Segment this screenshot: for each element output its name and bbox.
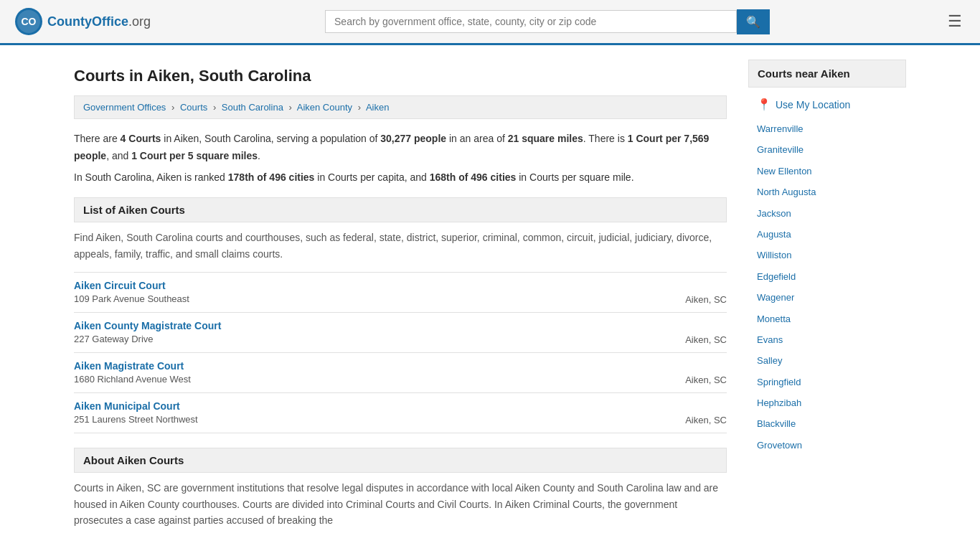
menu-icon[interactable]: ☰ xyxy=(944,9,966,34)
sidebar-nearby-link[interactable]: Jackson xyxy=(748,203,906,224)
about-text: Courts in Aiken, SC are government insti… xyxy=(74,480,727,528)
sidebar-nearby-link[interactable]: Monetta xyxy=(748,309,906,329)
court-city: Aiken, SC xyxy=(685,360,727,385)
sidebar-nearby-link[interactable]: Salley xyxy=(748,350,906,371)
sidebar-nearby-link[interactable]: Warrenville xyxy=(748,118,906,139)
area: 21 square miles xyxy=(508,133,583,144)
sidebar-nearby-link[interactable]: Graniteville xyxy=(748,139,906,160)
court-item: Aiken Circuit Court 109 Park Avenue Sout… xyxy=(74,272,727,312)
main-content: Courts in Aiken, South Carolina Governme… xyxy=(74,60,727,528)
court-city: Aiken, SC xyxy=(685,280,727,305)
content-wrapper: Courts in Aiken, South Carolina Governme… xyxy=(60,45,920,528)
population: 30,277 people xyxy=(380,133,446,144)
sidebar-nearby-link[interactable]: Wagener xyxy=(748,287,906,308)
breadcrumb-sep-4: › xyxy=(358,102,361,113)
court-count: 4 Courts xyxy=(121,133,161,144)
summary-city: Aiken, South Carolina xyxy=(174,133,270,144)
sidebar-nearby-link[interactable]: Springfield xyxy=(748,372,906,392)
sidebar-title: Courts near Aiken xyxy=(748,60,906,88)
header: CO CountyOffice.org 🔍 ☰ xyxy=(0,0,980,45)
breadcrumb: Government Offices › Courts › South Caro… xyxy=(74,95,727,119)
logo-icon: CO xyxy=(14,7,43,36)
search-input[interactable] xyxy=(325,10,737,33)
per-area: 1 Court per 5 square miles xyxy=(131,150,258,161)
breadcrumb-sep-2: › xyxy=(213,102,216,113)
summary-text: There are 4 Courts in Aiken, South Carol… xyxy=(74,131,727,186)
nearby-links: WarrenvilleGranitevilleNew EllentonNorth… xyxy=(748,118,906,456)
court-address: 227 Gateway Drive xyxy=(74,334,154,344)
sidebar-nearby-link[interactable]: Hephzibah xyxy=(748,392,906,413)
location-pin-icon: 📍 xyxy=(757,98,771,111)
breadcrumb-gov-offices[interactable]: Government Offices xyxy=(83,102,166,113)
page-title: Courts in Aiken, South Carolina xyxy=(74,67,727,85)
court-address: 1680 Richland Avenue West xyxy=(74,374,191,385)
rank-area: 168th of 496 cities xyxy=(430,171,517,183)
court-item: Aiken Municipal Court 251 Laurens Street… xyxy=(74,392,727,433)
court-name-link[interactable]: Aiken Municipal Court xyxy=(74,400,198,412)
court-name-link[interactable]: Aiken Magistrate Court xyxy=(74,360,191,372)
logo-area[interactable]: CO CountyOffice.org xyxy=(14,7,151,36)
breadcrumb-sep-1: › xyxy=(171,102,174,113)
sidebar-nearby-link[interactable]: Williston xyxy=(748,245,906,265)
about-section: About Aiken Courts Courts in Aiken, SC a… xyxy=(74,448,727,528)
list-section-header: List of Aiken Courts xyxy=(74,197,727,222)
sidebar-nearby-link[interactable]: Evans xyxy=(748,329,906,350)
sidebar-nearby-link[interactable]: North Augusta xyxy=(748,182,906,202)
breadcrumb-aiken-county[interactable]: Aiken County xyxy=(297,102,352,113)
sidebar-nearby-link[interactable]: Edgefield xyxy=(748,266,906,287)
courts-description: Find Aiken, South Carolina courts and co… xyxy=(74,230,727,262)
court-city: Aiken, SC xyxy=(685,320,727,345)
breadcrumb-sc[interactable]: South Carolina xyxy=(222,102,283,113)
court-city: Aiken, SC xyxy=(685,400,727,425)
search-area: 🔍 xyxy=(325,9,770,34)
sidebar-nearby-link[interactable]: Augusta xyxy=(748,224,906,245)
rank-capita: 178th of 496 cities xyxy=(228,171,315,183)
breadcrumb-aiken[interactable]: Aiken xyxy=(366,102,390,113)
logo-text: CountyOffice.org xyxy=(47,14,151,29)
court-address: 251 Laurens Street Northwest xyxy=(74,414,198,425)
use-my-location-label: Use My Location xyxy=(776,99,850,110)
svg-text:CO: CO xyxy=(22,16,37,27)
search-button[interactable]: 🔍 xyxy=(737,9,770,34)
court-item: Aiken County Magistrate Court 227 Gatewa… xyxy=(74,312,727,352)
search-icon: 🔍 xyxy=(746,16,760,28)
court-name-link[interactable]: Aiken County Magistrate Court xyxy=(74,320,221,331)
use-my-location-link[interactable]: 📍 Use My Location xyxy=(748,95,906,114)
court-name-link[interactable]: Aiken Circuit Court xyxy=(74,280,189,291)
courts-list: Aiken Circuit Court 109 Park Avenue Sout… xyxy=(74,272,727,433)
sidebar-nearby-link[interactable]: Blackville xyxy=(748,413,906,434)
breadcrumb-courts[interactable]: Courts xyxy=(180,102,207,113)
court-address: 109 Park Avenue Southeast xyxy=(74,293,189,304)
sidebar-nearby-link[interactable]: Grovetown xyxy=(748,435,906,456)
court-item: Aiken Magistrate Court 1680 Richland Ave… xyxy=(74,352,727,392)
about-section-header: About Aiken Courts xyxy=(74,448,727,473)
sidebar: Courts near Aiken 📍 Use My Location Warr… xyxy=(748,60,906,528)
sidebar-nearby-link[interactable]: New Ellenton xyxy=(748,161,906,182)
breadcrumb-sep-3: › xyxy=(288,102,291,113)
